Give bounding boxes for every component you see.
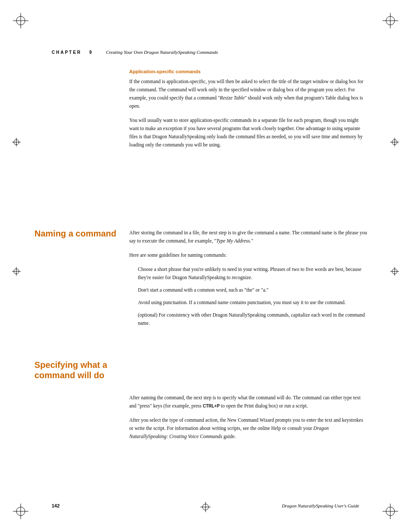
- corner-mark-bl: [13, 504, 28, 519]
- specifying-para2: After you select the type of command act…: [129, 416, 368, 441]
- app-specific-para1: If the command is application-specific, …: [129, 78, 368, 110]
- naming-para2: Here are some guidelines for naming comm…: [129, 251, 368, 259]
- chapter-label: CHAPTER: [52, 50, 81, 55]
- corner-mark-br: [383, 504, 398, 519]
- naming-block: After storing the command in a file, the…: [129, 229, 368, 327]
- bottom-center-mark: [200, 502, 211, 514]
- app-specific-heading: Application-specific commands: [129, 69, 368, 74]
- naming-item-4: (optional) For consistency with other Dr…: [138, 311, 368, 327]
- right-side-mark-bottom: [390, 267, 399, 277]
- naming-item-3: Avoid using punctuation. If a command na…: [138, 299, 368, 307]
- right-side-mark-top: [390, 138, 399, 148]
- footer-title: Dragon NaturallySpeaking User's Guide: [282, 503, 359, 508]
- specifying-para1: After naming the command, the next step …: [129, 394, 368, 410]
- app-specific-block: Application-specific commands If the com…: [129, 69, 368, 149]
- corner-mark-tr: [383, 13, 398, 28]
- page-number: 142: [52, 503, 59, 508]
- chapter-number: 9: [89, 50, 93, 55]
- specifying-heading-container: Specifying what a command will do: [34, 360, 125, 380]
- specifying-block: After naming the command, the next step …: [129, 394, 368, 441]
- page: CHAPTER 9 Creating Your Own Dragon Natur…: [0, 0, 411, 532]
- naming-item-1: Choose a short phrase that you're unlike…: [138, 265, 368, 282]
- naming-para1: After storing the command in a file, the…: [129, 229, 368, 245]
- left-side-mark-top: [12, 138, 21, 148]
- corner-mark-tl: [13, 13, 28, 28]
- naming-heading: Naming a command: [34, 228, 121, 239]
- header-title: Creating Your Own Dragon NaturallySpeaki…: [106, 50, 218, 55]
- naming-item-2: Don't start a command with a common word…: [138, 286, 368, 294]
- specifying-heading: Specifying what a command will do: [34, 360, 125, 380]
- left-side-mark-bottom: [12, 267, 21, 277]
- main-content: Application-specific commands If the com…: [129, 69, 368, 480]
- naming-heading-container: Naming a command: [34, 228, 121, 239]
- app-specific-para2: You will usually want to store applicati…: [129, 116, 368, 149]
- page-header: CHAPTER 9 Creating Your Own Dragon Natur…: [52, 50, 359, 55]
